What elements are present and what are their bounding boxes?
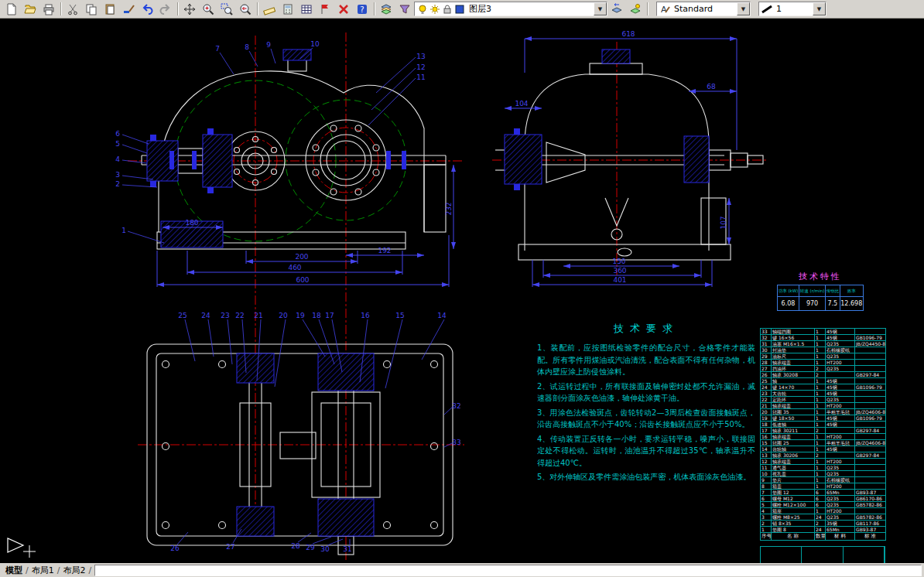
- bom-row: 11 通气器 1 Q235: [761, 465, 886, 471]
- copy-icon[interactable]: [82, 0, 101, 18]
- bom-part-name: 螺栓 M12×100: [772, 502, 815, 508]
- bom-material: 石棉橡胶纸: [826, 347, 855, 353]
- bom-part-name: 螺栓 M8×25: [772, 514, 815, 521]
- layer-previous-icon[interactable]: [607, 0, 626, 18]
- distance-icon[interactable]: [260, 0, 279, 18]
- zoom-previous-icon[interactable]: [236, 0, 255, 18]
- dim-401: 401: [613, 276, 626, 284]
- svg-text:3: 3: [115, 171, 120, 179]
- help-icon[interactable]: ?: [353, 0, 371, 18]
- toolbar-separator: [257, 2, 258, 15]
- undo-icon[interactable]: [138, 0, 156, 18]
- bom-qty: 2: [815, 428, 826, 434]
- bom-qty: 2: [815, 372, 826, 378]
- bom-part-name: 垫片: [772, 477, 815, 483]
- bom-row: 33 轴端挡圈 1 45钢: [761, 329, 886, 335]
- layer-combo[interactable]: 图层3 ▼: [414, 2, 607, 16]
- layer-lock-icon: [442, 4, 453, 15]
- tech-requirements-title: 技术要求: [537, 322, 755, 336]
- bom-row: 10 视孔盖 1 Q235: [761, 471, 886, 477]
- bom-standard: GB5782-86: [855, 514, 886, 521]
- bom-qty: 1: [815, 341, 826, 347]
- text-style-combo[interactable]: A Standard ▼: [656, 2, 751, 16]
- erase-icon[interactable]: [334, 0, 353, 18]
- bom-part-name: 轴端挡圈: [772, 329, 815, 335]
- paste-icon[interactable]: [101, 0, 119, 18]
- bom-material: HT200: [826, 403, 855, 409]
- layer-combo-value: 图层3: [469, 3, 491, 15]
- cut-icon[interactable]: [63, 0, 82, 18]
- make-object-layer-current-icon[interactable]: [626, 0, 645, 18]
- svg-text:15: 15: [395, 312, 404, 319]
- bom-standard: JB/ZQ4606-86: [855, 440, 886, 446]
- bom-table: 33 轴端挡圈 1 45钢 32 键 16×56 1 45钢 GB1096-79: [760, 328, 886, 541]
- plot-icon[interactable]: [39, 0, 58, 18]
- bom-standard: [855, 366, 886, 372]
- svg-text:7: 7: [215, 45, 220, 53]
- bom-material: 石棉橡胶纸: [826, 477, 855, 483]
- text-style-dropdown-icon[interactable]: ▼: [737, 2, 750, 15]
- layer-properties-icon[interactable]: [377, 0, 395, 18]
- lineweight-combo-value: 1: [776, 4, 782, 14]
- svg-text:16: 16: [361, 312, 370, 319]
- command-strip[interactable]: [94, 565, 922, 576]
- text-style-combo-value: Standard: [674, 4, 713, 14]
- toolbar-separator: [374, 2, 375, 15]
- text-style-icon: A: [659, 4, 670, 15]
- layer-combo-dropdown-icon[interactable]: ▼: [594, 2, 607, 15]
- bom-material: 45钢: [826, 329, 855, 335]
- new-icon[interactable]: [2, 0, 21, 18]
- bom-no: 29: [761, 353, 772, 360]
- bom-material: Q235: [826, 341, 855, 347]
- main-toolbar: ? 图层3 ▼ A Standard ▼ 1 ▼: [0, 0, 924, 19]
- bom-row: 1 垫圈 8 24 65Mn GB93-87: [761, 527, 886, 533]
- bom-no: 1: [761, 527, 772, 533]
- bom-row: 6 螺母 M12 6 Q235 GB6170-86: [761, 496, 886, 502]
- pan-icon[interactable]: [180, 0, 199, 18]
- bom-no: 10: [761, 471, 772, 477]
- bom-standard: [855, 353, 886, 360]
- bom-no: 14: [761, 446, 772, 452]
- open-icon[interactable]: [21, 0, 39, 18]
- bom-row: 32 键 16×56 1 45钢 GB1096-79: [761, 335, 886, 341]
- bom-part-name: 销 8×35: [772, 521, 815, 527]
- markup-flag-icon[interactable]: [316, 0, 334, 18]
- bom-no: 5: [761, 502, 772, 508]
- drawing-canvas[interactable]: 200 460 600 192 232 180 618 104 68 107 1…: [0, 19, 924, 563]
- match-properties-icon[interactable]: [119, 0, 138, 18]
- bom-no: 32: [761, 335, 772, 341]
- calculator-icon[interactable]: [279, 0, 297, 18]
- bom-row: 24 键 14×70 1 45钢 GB1096-79: [761, 384, 886, 391]
- layer-filter-icon[interactable]: [395, 0, 414, 18]
- svg-text:?: ?: [360, 5, 364, 14]
- dimensions: [157, 39, 737, 287]
- bom-material: Q235: [826, 496, 855, 502]
- side-hatched-sections: [505, 50, 709, 184]
- bom-no: 33: [761, 329, 772, 335]
- bom-material: [826, 428, 855, 434]
- tab-model[interactable]: 模型: [3, 565, 25, 576]
- bom-standard: [855, 391, 886, 397]
- tab-layout2[interactable]: 布局2: [60, 565, 87, 576]
- bom-no: 20: [761, 409, 772, 415]
- dim-360: 360: [613, 267, 626, 275]
- zoom-window-icon[interactable]: [217, 0, 236, 18]
- tc-value: 12.698: [840, 297, 863, 311]
- bom-part-name: 封油垫: [772, 347, 815, 353]
- zoom-realtime-icon[interactable]: [199, 0, 217, 18]
- table-icon[interactable]: [297, 0, 316, 18]
- bom-standard: [855, 446, 886, 452]
- bom-standard: [855, 360, 886, 366]
- lineweight-dropdown-icon[interactable]: ▼: [813, 2, 826, 15]
- redo-icon[interactable]: [156, 0, 175, 18]
- tab-layout1[interactable]: 布局1: [29, 565, 56, 576]
- tech-requirement-item: 1、装配前，应按图纸检验零件的配合尺寸，合格零件才能装配。所有零件用煤油或汽油清…: [537, 342, 755, 378]
- svg-text:30: 30: [320, 545, 330, 553]
- bom-part-name: 毡圈 25: [772, 440, 815, 446]
- layer-freeze-sun-icon: [429, 4, 440, 15]
- lineweight-combo[interactable]: 1 ▼: [758, 2, 826, 16]
- bom-standard: [855, 465, 886, 471]
- bom-material: HT200: [826, 360, 855, 366]
- bom-row: 8 箱盖 1 HT200: [761, 483, 886, 490]
- svg-text:19: 19: [296, 312, 305, 319]
